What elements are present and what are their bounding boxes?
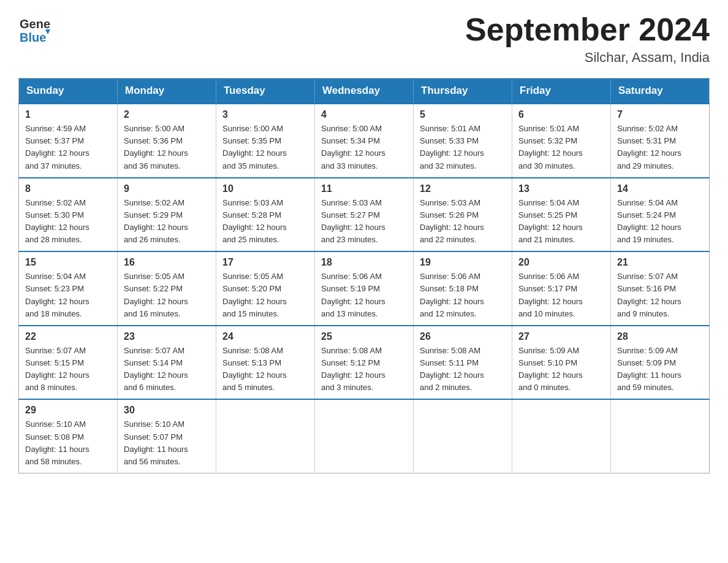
day-number: 17	[222, 257, 308, 268]
day-number: 25	[321, 331, 407, 342]
day-info: Sunrise: 5:03 AM Sunset: 5:26 PM Dayligh…	[420, 197, 506, 247]
day-info: Sunrise: 5:09 AM Sunset: 5:09 PM Dayligh…	[617, 345, 703, 394]
day-number: 1	[25, 109, 111, 120]
day-number: 6	[518, 109, 604, 120]
weekday-header-friday: Friday	[512, 79, 611, 104]
weekday-header-row: SundayMondayTuesdayWednesdayThursdayFrid…	[19, 79, 710, 104]
weekday-header-saturday: Saturday	[611, 79, 710, 104]
calendar-cell: 23Sunrise: 5:07 AM Sunset: 5:14 PM Dayli…	[118, 326, 216, 400]
day-info: Sunrise: 5:08 AM Sunset: 5:13 PM Dayligh…	[222, 345, 308, 394]
day-number: 12	[420, 183, 506, 194]
calendar-week-row: 29Sunrise: 5:10 AM Sunset: 5:08 PM Dayli…	[19, 399, 710, 473]
calendar-cell: 14Sunrise: 5:04 AM Sunset: 5:24 PM Dayli…	[611, 178, 710, 252]
day-info: Sunrise: 5:00 AM Sunset: 5:35 PM Dayligh…	[222, 123, 308, 172]
day-info: Sunrise: 5:00 AM Sunset: 5:36 PM Dayligh…	[124, 123, 210, 172]
day-number: 18	[321, 257, 407, 268]
day-info: Sunrise: 5:06 AM Sunset: 5:19 PM Dayligh…	[321, 270, 407, 320]
calendar-body: 1Sunrise: 4:59 AM Sunset: 5:37 PM Daylig…	[19, 104, 710, 473]
day-info: Sunrise: 5:08 AM Sunset: 5:12 PM Dayligh…	[321, 345, 407, 394]
calendar-cell: 6Sunrise: 5:01 AM Sunset: 5:32 PM Daylig…	[512, 104, 611, 178]
logo: General Blue	[18, 12, 50, 44]
calendar-cell: 7Sunrise: 5:02 AM Sunset: 5:31 PM Daylig…	[611, 104, 710, 178]
calendar-cell: 1Sunrise: 4:59 AM Sunset: 5:37 PM Daylig…	[19, 104, 118, 178]
calendar-cell: 29Sunrise: 5:10 AM Sunset: 5:08 PM Dayli…	[19, 399, 118, 473]
day-number: 11	[321, 183, 407, 194]
svg-text:Blue: Blue	[20, 31, 46, 44]
day-number: 19	[420, 257, 506, 268]
day-info: Sunrise: 5:09 AM Sunset: 5:10 PM Dayligh…	[518, 345, 604, 394]
day-info: Sunrise: 5:03 AM Sunset: 5:27 PM Dayligh…	[321, 197, 407, 247]
calendar-title: September 2024	[465, 12, 710, 47]
day-info: Sunrise: 5:06 AM Sunset: 5:18 PM Dayligh…	[420, 270, 506, 320]
day-number: 9	[124, 183, 210, 194]
day-info: Sunrise: 5:08 AM Sunset: 5:11 PM Dayligh…	[420, 345, 506, 394]
day-info: Sunrise: 5:06 AM Sunset: 5:17 PM Dayligh…	[518, 270, 604, 320]
day-number: 24	[222, 331, 308, 342]
calendar-cell: 19Sunrise: 5:06 AM Sunset: 5:18 PM Dayli…	[414, 251, 512, 326]
calendar-week-row: 15Sunrise: 5:04 AM Sunset: 5:23 PM Dayli…	[19, 251, 710, 326]
day-number: 29	[25, 405, 111, 416]
title-area: September 2024 Silchar, Assam, India	[465, 12, 710, 66]
day-info: Sunrise: 5:00 AM Sunset: 5:34 PM Dayligh…	[321, 123, 407, 172]
day-info: Sunrise: 5:02 AM Sunset: 5:30 PM Dayligh…	[25, 197, 111, 247]
calendar-week-row: 22Sunrise: 5:07 AM Sunset: 5:15 PM Dayli…	[19, 326, 710, 400]
day-number: 14	[617, 183, 703, 194]
day-number: 5	[420, 109, 506, 120]
calendar-cell: 2Sunrise: 5:00 AM Sunset: 5:36 PM Daylig…	[118, 104, 216, 178]
day-info: Sunrise: 5:04 AM Sunset: 5:25 PM Dayligh…	[518, 197, 604, 247]
weekday-header-sunday: Sunday	[19, 79, 118, 104]
calendar-cell: 27Sunrise: 5:09 AM Sunset: 5:10 PM Dayli…	[512, 326, 611, 400]
calendar-cell: 21Sunrise: 5:07 AM Sunset: 5:16 PM Dayli…	[611, 251, 710, 326]
svg-text:General: General	[20, 17, 50, 31]
day-number: 3	[222, 109, 308, 120]
calendar-cell: 4Sunrise: 5:00 AM Sunset: 5:34 PM Daylig…	[315, 104, 414, 178]
weekday-header-monday: Monday	[118, 79, 216, 104]
day-info: Sunrise: 5:05 AM Sunset: 5:20 PM Dayligh…	[222, 270, 308, 320]
day-number: 20	[518, 257, 604, 268]
calendar-cell	[414, 399, 512, 473]
calendar-cell: 17Sunrise: 5:05 AM Sunset: 5:20 PM Dayli…	[216, 251, 315, 326]
calendar-cell: 20Sunrise: 5:06 AM Sunset: 5:17 PM Dayli…	[512, 251, 611, 326]
weekday-header-wednesday: Wednesday	[315, 79, 414, 104]
day-info: Sunrise: 5:07 AM Sunset: 5:14 PM Dayligh…	[124, 345, 210, 394]
page-header: General Blue September 2024 Silchar, Ass…	[18, 12, 710, 66]
calendar-subtitle: Silchar, Assam, India	[465, 50, 710, 66]
day-info: Sunrise: 5:02 AM Sunset: 5:29 PM Dayligh…	[124, 197, 210, 247]
day-info: Sunrise: 5:07 AM Sunset: 5:15 PM Dayligh…	[25, 345, 111, 394]
day-number: 4	[321, 109, 407, 120]
calendar-cell	[315, 399, 414, 473]
day-number: 22	[25, 331, 111, 342]
calendar-cell: 18Sunrise: 5:06 AM Sunset: 5:19 PM Dayli…	[315, 251, 414, 326]
day-number: 10	[222, 183, 308, 194]
calendar-cell: 30Sunrise: 5:10 AM Sunset: 5:07 PM Dayli…	[118, 399, 216, 473]
day-info: Sunrise: 5:01 AM Sunset: 5:33 PM Dayligh…	[420, 123, 506, 172]
calendar-cell: 24Sunrise: 5:08 AM Sunset: 5:13 PM Dayli…	[216, 326, 315, 400]
calendar-cell	[216, 399, 315, 473]
day-info: Sunrise: 5:01 AM Sunset: 5:32 PM Dayligh…	[518, 123, 604, 172]
day-number: 8	[25, 183, 111, 194]
day-info: Sunrise: 5:04 AM Sunset: 5:23 PM Dayligh…	[25, 270, 111, 320]
day-number: 27	[518, 331, 604, 342]
calendar-cell: 25Sunrise: 5:08 AM Sunset: 5:12 PM Dayli…	[315, 326, 414, 400]
day-info: Sunrise: 5:05 AM Sunset: 5:22 PM Dayligh…	[124, 270, 210, 320]
day-info: Sunrise: 5:02 AM Sunset: 5:31 PM Dayligh…	[617, 123, 703, 172]
day-number: 21	[617, 257, 703, 268]
calendar-cell	[611, 399, 710, 473]
day-number: 2	[124, 109, 210, 120]
calendar-cell: 13Sunrise: 5:04 AM Sunset: 5:25 PM Dayli…	[512, 178, 611, 252]
calendar-cell: 16Sunrise: 5:05 AM Sunset: 5:22 PM Dayli…	[118, 251, 216, 326]
day-number: 26	[420, 331, 506, 342]
calendar-cell: 3Sunrise: 5:00 AM Sunset: 5:35 PM Daylig…	[216, 104, 315, 178]
calendar-cell: 9Sunrise: 5:02 AM Sunset: 5:29 PM Daylig…	[118, 178, 216, 252]
day-number: 7	[617, 109, 703, 120]
day-number: 13	[518, 183, 604, 194]
day-number: 23	[124, 331, 210, 342]
calendar-cell	[512, 399, 611, 473]
day-info: Sunrise: 5:03 AM Sunset: 5:28 PM Dayligh…	[222, 197, 308, 247]
calendar-week-row: 1Sunrise: 4:59 AM Sunset: 5:37 PM Daylig…	[19, 104, 710, 178]
weekday-header-thursday: Thursday	[414, 79, 512, 104]
day-info: Sunrise: 5:04 AM Sunset: 5:24 PM Dayligh…	[617, 197, 703, 247]
calendar-cell: 5Sunrise: 5:01 AM Sunset: 5:33 PM Daylig…	[414, 104, 512, 178]
day-number: 28	[617, 331, 703, 342]
day-number: 30	[124, 405, 210, 416]
